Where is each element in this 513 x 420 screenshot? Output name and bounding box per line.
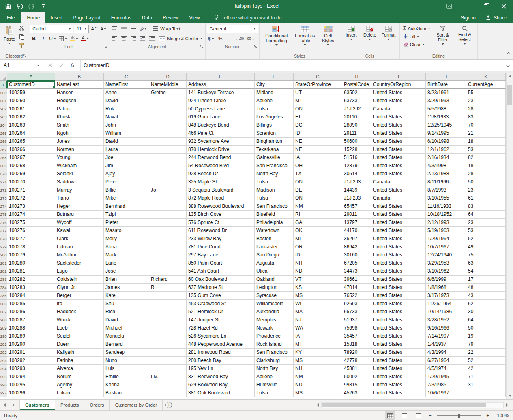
cell-E270[interactable]: 928 Beech Dr — [187, 170, 255, 178]
cell-E278[interactable]: 233 Willow Bay — [187, 235, 255, 243]
cell-A277[interactable]: 100276 — [7, 227, 55, 235]
cell-B289[interactable]: Loeb — [55, 324, 104, 332]
cell-H276[interactable]: 13797 — [342, 219, 371, 227]
cell-E284[interactable]: 637 Madrone St — [187, 284, 255, 292]
cell-B272[interactable]: Murray — [55, 186, 104, 194]
cell-C287[interactable]: Rich — [104, 308, 149, 316]
cell-G284[interactable]: KS — [294, 284, 342, 292]
enter-formula-button[interactable] — [56, 60, 67, 70]
cell-F266[interactable]: Binghamton — [255, 138, 294, 146]
cell-H280[interactable]: 30160 — [342, 251, 371, 259]
cell-F293[interactable]: Clarksburg — [255, 357, 294, 365]
clipboard-dialog-launcher[interactable] — [23, 54, 26, 58]
ribbon-tab-insert[interactable]: Insert — [45, 12, 68, 23]
row-header-272[interactable]: 272 — [0, 186, 7, 194]
cell-D265[interactable] — [149, 129, 187, 138]
cell-K279[interactable]: 49 — [466, 243, 506, 251]
wrap-text-button[interactable]: Wrap Text — [152, 25, 181, 33]
cell-K263[interactable]: 83 — [466, 113, 506, 121]
cell-J274[interactable]: 11/16/1933 — [426, 202, 466, 211]
sort-filter-button[interactable]: Sort & Filter — [432, 24, 453, 52]
cell-B297[interactable]: Lukan — [55, 389, 104, 397]
cell-G275[interactable]: RI — [294, 211, 342, 219]
cell-K265[interactable]: 21 — [466, 129, 506, 138]
zoom-level[interactable]: 100% — [494, 413, 509, 418]
percent-style-button[interactable]: % — [216, 34, 225, 43]
autosum-button[interactable]: ΣAutoSum — [402, 24, 431, 32]
cell-B280[interactable]: McArthur — [55, 251, 104, 259]
decrease-font-button[interactable]: A — [99, 25, 107, 33]
cell-A280[interactable]: 100279 — [7, 251, 55, 259]
cell-A289[interactable]: 100288 — [7, 324, 55, 332]
vertical-scroll-thumb[interactable] — [507, 85, 512, 105]
cell-K297[interactable] — [466, 389, 506, 397]
cell-K296[interactable]: 31 — [466, 381, 506, 389]
cell-H285[interactable]: 76522 — [342, 292, 371, 300]
cell-C276[interactable]: Pieter — [104, 219, 149, 227]
cell-H289[interactable]: 75698 — [342, 324, 371, 332]
column-header-d[interactable]: D — [149, 73, 187, 81]
cell-C282[interactable]: Jose — [104, 267, 149, 276]
cell-C275[interactable]: Tzipi — [104, 211, 149, 219]
cell-J282[interactable]: 3/10/1962 — [426, 267, 466, 276]
cell-J288[interactable]: 3/28/1952 — [426, 316, 466, 324]
cell-H294[interactable]: 45381 — [342, 365, 371, 373]
cell-K266[interactable]: 18 — [466, 138, 506, 146]
cell-B267[interactable]: Norman — [55, 146, 104, 154]
paste-button[interactable]: Paste — [2, 24, 17, 52]
cell-B270[interactable]: Solanki — [55, 170, 104, 178]
cell-K273[interactable]: 61 — [466, 194, 506, 202]
cell-D291[interactable] — [149, 340, 187, 349]
cell-H293[interactable]: 42778 — [342, 357, 371, 365]
cell-C288[interactable]: David — [104, 316, 149, 324]
comma-style-button[interactable]: , — [225, 34, 234, 43]
horizontal-scroll-track[interactable] — [321, 402, 504, 408]
cell-K275[interactable]: 64 — [466, 211, 506, 219]
horizontal-scrollbar[interactable] — [314, 400, 513, 410]
cell-G274[interactable]: NM — [294, 202, 342, 211]
cell-A269[interactable]: 100268 — [7, 162, 55, 170]
cell-H264[interactable]: 28090 — [342, 121, 371, 129]
cell-H261[interactable]: 63733 — [342, 97, 371, 105]
cell-J297[interactable]: 10/6/1997 — [426, 389, 466, 397]
cell-E268[interactable]: 244 Redwood Bend — [187, 154, 255, 162]
cell-B295[interactable]: Norum — [55, 373, 104, 381]
cell-C283[interactable]: Brian — [104, 276, 149, 284]
cell-A294[interactable]: 100293 — [7, 365, 55, 373]
cell-D1[interactable]: NameMiddle — [149, 81, 187, 89]
cell-K268[interactable]: 82 — [466, 154, 506, 162]
cell-J260[interactable]: 8/23/1961 — [426, 89, 466, 97]
cell-I266[interactable]: United States — [371, 138, 426, 146]
row-header-1[interactable]: 1 — [0, 81, 7, 89]
align-center-button[interactable] — [120, 34, 128, 43]
cell-C270[interactable]: Ajay — [104, 170, 149, 178]
fill-color-button[interactable] — [69, 34, 79, 43]
cell-E264[interactable]: 848 Buckeye Bend — [187, 121, 255, 129]
cell-I282[interactable]: United States — [371, 267, 426, 276]
cell-J266[interactable]: 6/10/1998 — [426, 138, 466, 146]
cell-G285[interactable]: MS — [294, 292, 342, 300]
cell-B294[interactable]: Alverca — [55, 365, 104, 373]
cell-H281[interactable]: 67205 — [342, 259, 371, 267]
cell-I1[interactable]: CountryOrRegion — [371, 81, 426, 89]
cell-B262[interactable]: Palcic — [55, 105, 104, 113]
scroll-right-button[interactable] — [504, 402, 511, 409]
new-sheet-button[interactable]: + — [163, 400, 175, 410]
cell-D296[interactable] — [149, 381, 187, 389]
cell-G264[interactable]: DC — [294, 121, 342, 129]
cell-H269[interactable]: 12879 — [342, 162, 371, 170]
cell-I280[interactable]: United States — [371, 251, 426, 259]
row-header-284[interactable]: 284 — [0, 284, 7, 292]
cell-H262[interactable]: J1J 2J2 — [342, 105, 371, 113]
cell-E295[interactable]: 831 Redwood Bay — [187, 373, 255, 381]
cell-B279[interactable]: Lidman — [55, 243, 104, 251]
cell-A296[interactable]: 100295 — [7, 381, 55, 389]
cell-K274[interactable]: 83 — [466, 202, 506, 211]
cell-I294[interactable]: United States — [371, 365, 426, 373]
cell-D269[interactable] — [149, 162, 187, 170]
cell-E282[interactable]: 541 Ash Court — [187, 267, 255, 276]
select-all-button[interactable] — [0, 73, 7, 81]
cell-K295[interactable]: 71 — [466, 373, 506, 381]
cell-C291[interactable]: Bernard — [104, 340, 149, 349]
row-header-290[interactable]: 290 — [0, 332, 7, 340]
